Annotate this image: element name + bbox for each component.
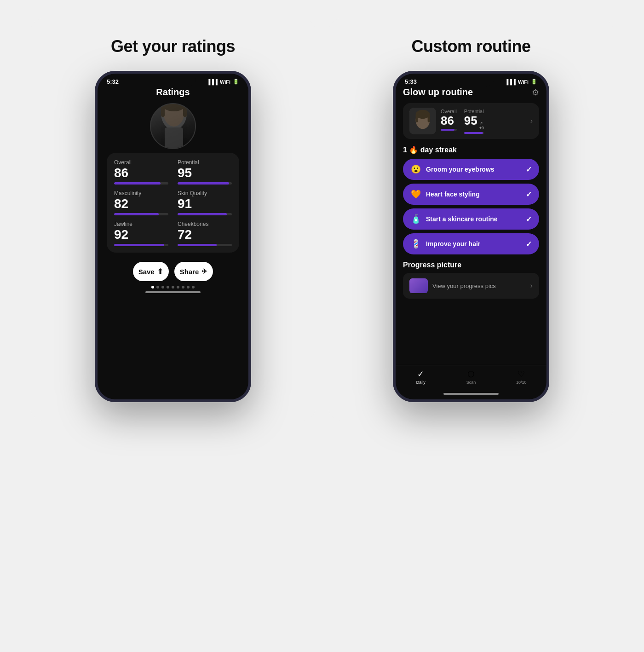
scan-label: Scan <box>466 380 476 385</box>
metric-potential: Potential 95 <box>178 159 232 185</box>
save-label: Save <box>138 268 155 276</box>
metric-potential-label: Potential <box>178 159 232 166</box>
metrics-grid: Overall 86 Potential 95 <box>114 159 232 246</box>
routine-phone-inner: 5:33 ▐▐▐ WiFi 🔋 Glow up routine ⚙ <box>396 74 546 399</box>
metric-jawline-bar <box>114 244 168 246</box>
dot-9 <box>192 286 195 288</box>
heart-icon: 🧡 <box>410 189 421 199</box>
progress-title: Progress picture <box>403 261 539 269</box>
tab-scan[interactable]: ⬡ Scan <box>446 369 496 385</box>
routine-item-skincare[interactable]: 🧴 Start a skincare routine ✓ <box>403 208 539 230</box>
streak-label: 1 🔥 day streak <box>403 145 539 154</box>
routine-item-heart[interactable]: 🧡 Heart face styling ✓ <box>403 184 539 205</box>
metric-jawline-fill <box>114 244 164 246</box>
profile-stats: Overall 86 Potential 95 ↗+9 <box>441 109 526 134</box>
metric-overall: Overall 86 <box>114 159 168 185</box>
rating-icon: ♡ <box>518 369 525 379</box>
metric-overall-label: Overall <box>114 159 168 166</box>
share-button[interactable]: Share ✈ <box>174 262 213 281</box>
metric-masculinity-bar <box>114 213 168 215</box>
profile-avatar <box>409 108 436 134</box>
profile-chevron-icon: › <box>530 117 533 125</box>
svg-rect-4 <box>161 103 165 117</box>
save-icon: ⬆ <box>157 267 163 276</box>
action-buttons: Save ⬆ Share ✈ <box>133 262 213 281</box>
progress-card-text: View your progress pics <box>432 283 526 289</box>
metric-overall-value: 86 <box>114 167 168 179</box>
metric-masculinity-value: 82 <box>114 197 168 210</box>
tab-bar: ✓ Daily ⬡ Scan ♡ 10/10 <box>396 365 546 390</box>
metric-jawline-label: Jawline <box>114 221 168 227</box>
signal-icon: ▐▐▐ <box>207 79 217 85</box>
potential-stat-value: 95 <box>464 114 477 127</box>
metric-cheekbones-label: Cheekbones <box>178 221 232 227</box>
routine-item-hair[interactable]: 💈 Improve your hair ✓ <box>403 233 539 254</box>
routine-item-skincare-text: Start a skincare routine <box>426 215 521 223</box>
app-wrapper: Get your ratings 5:32 ▐▐▐ WiFi 🔋 Ratings <box>0 0 644 652</box>
check-icon-1: ✓ <box>526 165 532 174</box>
share-label: Share <box>180 268 199 276</box>
metric-skin-value: 91 <box>178 197 232 210</box>
routine-panel: Custom routine 5:33 ▐▐▐ WiFi 🔋 Glow up r <box>328 18 614 421</box>
dot-7 <box>182 286 184 288</box>
tab-daily[interactable]: ✓ Daily <box>396 369 446 385</box>
overall-stat: Overall 86 <box>441 109 457 131</box>
dot-2 <box>156 286 159 288</box>
routine-item-eyebrows[interactable]: 😮 Groom your eyebrows ✓ <box>403 159 539 180</box>
ratings-phone-inner: 5:32 ▐▐▐ WiFi 🔋 Ratings <box>98 74 248 399</box>
dot-5 <box>172 286 174 288</box>
ratings-status-icons: ▐▐▐ WiFi 🔋 <box>207 79 239 85</box>
routine-time: 5:33 <box>405 78 417 85</box>
routine-notch <box>448 74 494 87</box>
check-icon-3: ✓ <box>526 215 532 224</box>
potential-stat-label: Potential <box>464 109 484 114</box>
overall-stat-fill <box>441 129 454 131</box>
hair-icon: 💈 <box>410 239 421 249</box>
routine-home-indicator <box>443 393 499 395</box>
metric-skin-bar <box>178 213 232 215</box>
metric-skin: Skin Quality 91 <box>178 190 232 215</box>
metric-jawline-value: 92 <box>114 228 168 241</box>
check-icon-2: ✓ <box>526 190 532 199</box>
routine-screen-title: Glow up routine <box>403 87 473 98</box>
metric-overall-fill <box>114 182 161 185</box>
check-icon-4: ✓ <box>526 240 532 248</box>
metric-masculinity-label: Masculinity <box>114 190 168 196</box>
ratings-screen-title: Ratings <box>156 87 190 98</box>
routine-item-eyebrows-text: Groom your eyebrows <box>426 166 521 173</box>
progress-card[interactable]: View your progress pics › <box>403 273 539 299</box>
metric-cheekbones: Cheekbones 72 <box>178 221 232 246</box>
settings-icon[interactable]: ⚙ <box>532 87 539 98</box>
rating-label: 10/10 <box>516 380 527 385</box>
svg-rect-10 <box>428 115 430 122</box>
save-button[interactable]: Save ⬆ <box>133 262 169 281</box>
metric-masculinity: Masculinity 82 <box>114 190 168 215</box>
ratings-screen: Ratings <box>98 87 248 399</box>
daily-label: Daily <box>416 380 426 385</box>
svg-rect-5 <box>183 103 187 117</box>
potential-stat: Potential 95 ↗+9 <box>464 109 484 134</box>
routine-signal-icon: ▐▐▐ <box>505 79 515 85</box>
routine-items-list: 😮 Groom your eyebrows ✓ 🧡 Heart face sty… <box>403 159 539 254</box>
routine-wifi-icon: WiFi <box>518 79 529 85</box>
metric-overall-bar <box>114 182 168 185</box>
potential-stat-bar <box>464 132 484 134</box>
routine-item-hair-text: Improve your hair <box>426 240 521 248</box>
ratings-panel-title: Get your ratings <box>111 37 235 56</box>
metric-potential-value: 95 <box>178 167 232 179</box>
metrics-card: Overall 86 Potential 95 <box>107 153 239 253</box>
potential-stat-fill <box>464 132 483 134</box>
svg-rect-1 <box>165 127 183 148</box>
routine-item-heart-text: Heart face styling <box>426 190 521 198</box>
ratings-panel: Get your ratings 5:32 ▐▐▐ WiFi 🔋 Ratings <box>30 18 316 421</box>
routine-screen: Glow up routine ⚙ <box>396 87 546 365</box>
tab-rating[interactable]: ♡ 10/10 <box>496 369 546 385</box>
wifi-icon: WiFi <box>220 79 230 85</box>
dot-6 <box>177 286 179 288</box>
profile-card[interactable]: Overall 86 Potential 95 ↗+9 <box>403 103 539 139</box>
page-dots <box>151 286 195 288</box>
ratings-time: 5:32 <box>107 78 119 85</box>
routine-phone: 5:33 ▐▐▐ WiFi 🔋 Glow up routine ⚙ <box>393 71 549 402</box>
metric-cheekbones-value: 72 <box>178 228 232 241</box>
dot-1 <box>151 286 154 288</box>
